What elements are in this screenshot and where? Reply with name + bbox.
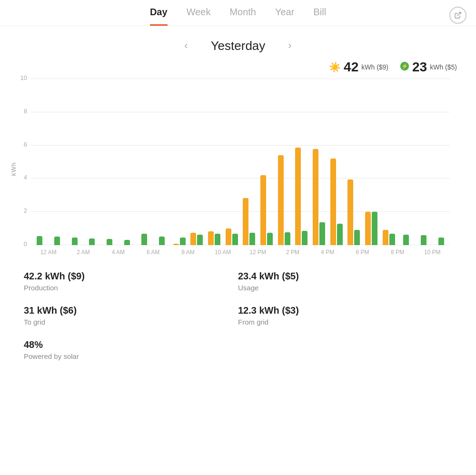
orange-bar-19	[365, 212, 371, 245]
tab-bill[interactable]: Bill	[313, 7, 326, 26]
green-bar-20	[389, 234, 395, 245]
x-label-6am: 6 AM	[136, 249, 170, 256]
bar-group-17	[327, 79, 345, 245]
stat-to-grid-value: 31 kWh ($6)	[24, 305, 238, 316]
tab-week[interactable]: Week	[187, 7, 211, 26]
green-bar-6	[141, 234, 147, 245]
x-label-10am: 10 AM	[206, 249, 240, 256]
tab-year[interactable]: Year	[275, 7, 294, 26]
x-label-2pm: 2 PM	[275, 249, 310, 256]
green-bar-4	[107, 239, 112, 245]
prev-date-button[interactable]: ‹	[180, 38, 191, 54]
green-bar-1	[54, 237, 60, 245]
x-axis: 12 AM 2 AM 4 AM 6 AM 8 AM 10 AM 12 PM 2 …	[31, 245, 450, 259]
date-navigation: ‹ Yesterday ›	[0, 26, 476, 59]
green-bar-14	[285, 232, 290, 245]
x-label-12am: 12 AM	[31, 249, 66, 256]
green-bar-7	[159, 237, 165, 245]
usage-legend: ⚡ 23 kWh ($5)	[400, 59, 457, 75]
stat-to-grid-label: To grid	[24, 318, 238, 326]
x-label-12pm: 12 PM	[240, 249, 275, 256]
orange-bar-10	[208, 231, 214, 245]
bar-group-2	[66, 79, 83, 245]
orange-bar-12	[243, 198, 248, 245]
bar-group-23	[432, 79, 450, 245]
bar-group-1	[49, 79, 66, 245]
bar-group-11	[223, 79, 240, 245]
bar-group-19	[363, 79, 380, 245]
green-bar-15	[302, 231, 307, 245]
bar-group-3	[83, 79, 101, 245]
x-label-4pm: 4 PM	[310, 249, 345, 256]
stat-usage: 23.4 kWh ($5) Usage	[238, 271, 452, 292]
stat-solar-value: 48%	[24, 339, 238, 350]
orange-bar-17	[330, 158, 336, 245]
sun-icon: ☀️	[329, 61, 341, 73]
orange-bar-18	[347, 179, 353, 245]
bar-group-14	[275, 79, 293, 245]
production-legend: ☀️ 42 kWh ($9)	[329, 59, 388, 75]
x-label-10pm: 10 PM	[415, 249, 450, 256]
orange-bar-13	[260, 175, 266, 245]
production-legend-unit: kWh ($9)	[361, 63, 388, 71]
stat-to-grid: 31 kWh ($6) To grid	[24, 305, 238, 326]
bar-group-15	[293, 79, 310, 245]
bars-area	[31, 79, 450, 245]
green-bar-10	[215, 234, 220, 245]
x-label-8am: 8 AM	[170, 249, 205, 256]
next-date-button[interactable]: ›	[284, 38, 295, 54]
bar-group-12	[240, 79, 258, 245]
production-legend-value: 42	[344, 59, 358, 75]
stats-grid: 42.2 kWh ($9) Production 23.4 kWh ($5) U…	[0, 259, 476, 372]
stat-from-grid-label: From grid	[238, 318, 452, 326]
lightning-icon: ⚡	[400, 61, 409, 73]
bar-group-10	[206, 79, 223, 245]
stat-production: 42.2 kWh ($9) Production	[24, 271, 238, 292]
usage-legend-value: 23	[412, 59, 427, 75]
usage-legend-unit: kWh ($5)	[430, 63, 457, 71]
green-bar-2	[72, 238, 78, 245]
green-bar-0	[37, 236, 42, 245]
orange-bar-14	[278, 155, 284, 245]
bar-group-9	[188, 79, 206, 245]
stat-usage-label: Usage	[238, 284, 452, 292]
green-bar-5	[124, 240, 130, 245]
bar-group-16	[310, 79, 328, 245]
tab-day[interactable]: Day	[150, 7, 168, 26]
bar-group-6	[136, 79, 153, 245]
green-bar-13	[267, 233, 273, 245]
green-bar-9	[197, 235, 203, 245]
x-label-4am: 4 AM	[101, 249, 136, 256]
bar-group-21	[397, 79, 415, 245]
stat-production-value: 42.2 kWh ($9)	[24, 271, 238, 282]
green-bar-19	[372, 212, 377, 245]
stat-from-grid: 12.3 kWh ($3) From grid	[238, 305, 452, 326]
bar-group-5	[118, 79, 136, 245]
tab-month[interactable]: Month	[229, 7, 256, 26]
chart-inner: 10 8 6 4 2 0 12 AM 2 AM 4 AM 6 AM 8 AM 1…	[31, 79, 450, 259]
stat-production-label: Production	[24, 284, 238, 292]
bar-group-8	[170, 79, 188, 245]
stat-solar: 48% Powered by solar	[24, 339, 238, 360]
current-date: Yesterday	[211, 39, 266, 53]
orange-bar-15	[295, 148, 301, 245]
svg-text:⚡: ⚡	[401, 63, 408, 69]
green-bar-21	[403, 235, 409, 245]
orange-bar-11	[226, 228, 231, 245]
bar-group-7	[153, 79, 171, 245]
energy-chart: kWh 10 8 6 4 2 0 12 AM 2 AM 4 AM 6 AM 8 …	[0, 79, 476, 259]
export-button[interactable]	[449, 7, 466, 24]
orange-bar-16	[313, 149, 318, 245]
orange-bar-20	[383, 230, 388, 245]
green-bar-18	[354, 230, 360, 245]
green-bar-17	[337, 224, 343, 245]
green-bar-3	[89, 238, 95, 245]
bar-group-20	[380, 79, 397, 245]
x-label-6pm: 6 PM	[345, 249, 380, 256]
x-label-8pm: 8 PM	[380, 249, 415, 256]
bar-group-13	[258, 79, 276, 245]
stat-solar-label: Powered by solar	[24, 352, 238, 360]
green-bar-8	[180, 238, 186, 245]
bar-group-4	[101, 79, 119, 245]
x-label-2am: 2 AM	[66, 249, 100, 256]
